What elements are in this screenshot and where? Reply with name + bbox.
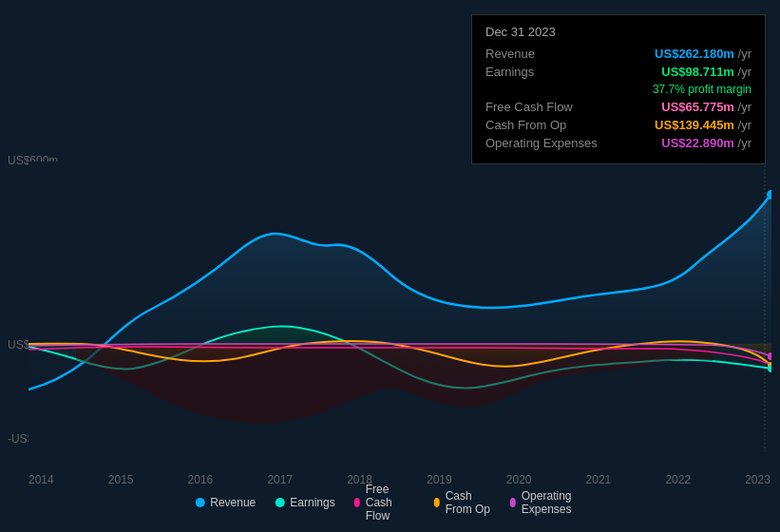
legend-label-revenue: Revenue bbox=[210, 496, 256, 509]
tooltip-margin-value: 37.7% profit margin bbox=[653, 83, 751, 96]
tooltip-row-revenue: Revenue US$262.180m /yr bbox=[485, 47, 751, 61]
tooltip-value-revenue: US$262.180m /yr bbox=[655, 47, 751, 61]
tooltip-label-fcf: Free Cash Flow bbox=[485, 100, 599, 114]
tooltip-row-fcf: Free Cash Flow US$65.775m /yr bbox=[485, 100, 751, 114]
legend-label-fcf: Free Cash Flow bbox=[366, 483, 415, 522]
chart-container: Dec 31 2023 Revenue US$262.180m /yr Earn… bbox=[0, 0, 780, 532]
tooltip-row-opex: Operating Expenses US$22.890m /yr bbox=[485, 136, 751, 150]
legend-item-fcf[interactable]: Free Cash Flow bbox=[354, 483, 415, 522]
x-label-2022: 2022 bbox=[665, 473, 691, 486]
tooltip-date: Dec 31 2023 bbox=[485, 25, 751, 39]
legend-dot-opex bbox=[510, 498, 516, 507]
tooltip-value-cashop: US$139.445m /yr bbox=[655, 118, 751, 132]
tooltip-label-revenue: Revenue bbox=[485, 47, 599, 61]
legend-item-revenue[interactable]: Revenue bbox=[195, 496, 256, 509]
tooltip-label-opex: Operating Expenses bbox=[485, 136, 599, 150]
legend-item-cashop[interactable]: Cash From Op bbox=[434, 489, 491, 516]
chart-legend: Revenue Earnings Free Cash Flow Cash Fro… bbox=[195, 483, 585, 522]
x-label-2015: 2015 bbox=[108, 473, 134, 486]
legend-label-opex: Operating Expenses bbox=[522, 489, 585, 516]
tooltip-row-cashop: Cash From Op US$139.445m /yr bbox=[485, 118, 751, 132]
tooltip-value-fcf: US$65.775m /yr bbox=[661, 100, 751, 114]
tooltip-label-cashop: Cash From Op bbox=[485, 118, 599, 132]
legend-item-earnings[interactable]: Earnings bbox=[275, 496, 334, 509]
legend-item-opex[interactable]: Operating Expenses bbox=[510, 489, 585, 516]
legend-label-earnings: Earnings bbox=[290, 496, 334, 509]
x-label-2014: 2014 bbox=[29, 473, 54, 486]
tooltip-box: Dec 31 2023 Revenue US$262.180m /yr Earn… bbox=[471, 14, 766, 164]
legend-dot-earnings bbox=[275, 498, 284, 507]
tooltip-label-earnings: Earnings bbox=[485, 65, 599, 79]
x-label-2021: 2021 bbox=[586, 473, 612, 486]
tooltip-value-opex: US$22.890m /yr bbox=[661, 136, 751, 150]
tooltip-value-earnings: US$98.711m /yr bbox=[661, 65, 751, 79]
chart-svg bbox=[29, 162, 771, 451]
legend-dot-fcf bbox=[354, 498, 360, 507]
legend-dot-revenue bbox=[195, 498, 204, 507]
tooltip-row-earnings: Earnings US$98.711m /yr bbox=[485, 65, 751, 79]
legend-dot-cashop bbox=[434, 498, 440, 507]
tooltip-row-margin: 37.7% profit margin bbox=[485, 83, 751, 96]
x-label-2023: 2023 bbox=[745, 473, 770, 486]
legend-label-cashop: Cash From Op bbox=[446, 489, 491, 516]
